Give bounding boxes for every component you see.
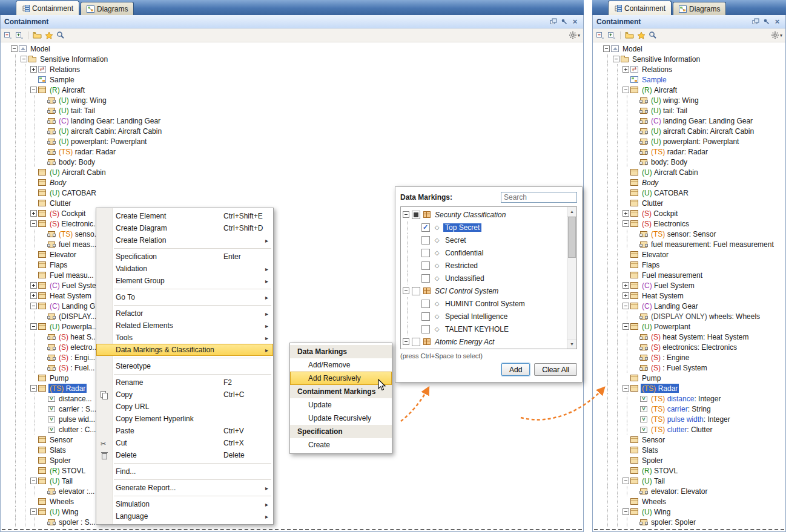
- scrollbar-thumb[interactable]: [568, 217, 576, 258]
- marking-checkbox[interactable]: [412, 338, 420, 346]
- search-icon[interactable]: [649, 30, 657, 40]
- menu-item-create-diagram[interactable]: Create DiagramCtrl+Shift+D: [96, 222, 273, 234]
- tree-item-sample[interactable]: Sample: [11, 74, 583, 85]
- menu-item-cut[interactable]: CutCtrl+X: [96, 437, 273, 449]
- tree-item-pulse-width[interactable]: (TS) pulse width : Integer: [603, 414, 785, 424]
- tree-item-relations[interactable]: Relations: [11, 64, 583, 74]
- tab-diagrams[interactable]: Diagrams: [81, 2, 134, 15]
- tree-item-landing-gear[interactable]: (C) Landing Gear: [603, 301, 785, 311]
- tree-item-slats[interactable]: Slats: [603, 445, 785, 455]
- menu-item-update-recursively[interactable]: Update Recursively: [290, 412, 392, 425]
- clear-all-button[interactable]: Clear All: [534, 363, 577, 376]
- marking-item-sci-control-system[interactable]: SCI Control System: [403, 284, 566, 297]
- collapse-toggle[interactable]: [623, 218, 630, 229]
- tree-item-electronics[interactable]: (S) Electronics: [603, 218, 785, 229]
- collapse-toggle[interactable]: [30, 507, 38, 517]
- collapse-toggle[interactable]: [30, 85, 38, 95]
- tree-item-powerplant[interactable]: (U) powerplant : Powerplant: [603, 136, 785, 146]
- menu-item-copy-url[interactable]: Copy URL: [96, 401, 273, 413]
- menu-item-paste[interactable]: PasteCtrl+V: [96, 425, 273, 437]
- tree-item-tail[interactable]: (U) tail : Tail: [603, 105, 785, 116]
- tree-item-sensitive-information[interactable]: Sensitive Information: [603, 54, 785, 64]
- marking-checkbox[interactable]: [421, 236, 430, 245]
- tree-item-fuel-system[interactable]: (C) Fuel System: [603, 280, 785, 291]
- menu-item-generate-report[interactable]: Generate Report...▸: [96, 482, 273, 494]
- favorites-star-icon[interactable]: [637, 30, 646, 40]
- collapse-toggle[interactable]: [623, 85, 630, 95]
- marking-item-unclassified[interactable]: Unclassified: [403, 272, 566, 284]
- tree-item-heat-system[interactable]: (S) heat System : Heat System: [603, 332, 785, 342]
- tree-item-pump[interactable]: Pump: [603, 373, 785, 383]
- marking-item-humint-control-system[interactable]: HUMINT Control System: [403, 297, 566, 310]
- tree-item-aircraft[interactable]: (R) Aircraft: [603, 85, 785, 95]
- tree-item-body[interactable]: body : Body: [11, 157, 583, 167]
- tree-item-heat-system[interactable]: Heat System: [603, 291, 785, 301]
- marking-checkbox[interactable]: [412, 211, 420, 219]
- tree-item-aircraft[interactable]: (R) Aircraft: [11, 85, 583, 95]
- marking-item-secret[interactable]: Secret: [403, 234, 566, 246]
- menu-item-copy-element-hyperlink[interactable]: Copy Element Hyperlink: [96, 413, 273, 425]
- tree-item-aircraft-cabin[interactable]: (U) aircraft Cabin : Aircraft Cabin: [11, 126, 583, 136]
- search-input[interactable]: [501, 192, 577, 203]
- marking-item-restricted[interactable]: Restricted: [403, 259, 566, 272]
- collapse-toggle[interactable]: [623, 383, 630, 393]
- menu-item-stereotype[interactable]: Stereotype: [96, 360, 273, 372]
- add-button[interactable]: Add: [501, 363, 530, 376]
- collapse-toggle[interactable]: [403, 208, 411, 221]
- menu-item-go-to[interactable]: Go To▸: [96, 291, 273, 303]
- expand-toggle[interactable]: [30, 291, 38, 301]
- tree-item-landing-gear[interactable]: (C) landing Gear : Landing Gear: [11, 116, 583, 126]
- scroll-down-icon[interactable]: ▼: [567, 339, 576, 349]
- collapse-toggle[interactable]: [21, 54, 28, 64]
- tree-item-electronics[interactable]: (S) electronics : Electronics: [603, 342, 785, 352]
- favorites-star-icon[interactable]: [45, 30, 53, 40]
- collapse-toggle[interactable]: [30, 321, 38, 332]
- marking-checkbox[interactable]: [421, 300, 430, 308]
- pin-icon[interactable]: [762, 18, 771, 26]
- float-window-icon[interactable]: [549, 18, 558, 26]
- menu-item-create-element[interactable]: Create ElementCtrl+Shift+E: [96, 210, 273, 222]
- tree-item-sample[interactable]: Sample: [603, 74, 785, 85]
- marking-checkbox[interactable]: [421, 312, 430, 321]
- menu-item-update[interactable]: Update: [290, 398, 392, 412]
- open-element-icon[interactable]: [33, 30, 42, 40]
- menu-item-add-recursively[interactable]: Add Recursively: [290, 372, 392, 385]
- tree-item-aircraft-cabin[interactable]: (U) Aircraft Cabin: [603, 167, 785, 177]
- tree-item-catobar[interactable]: (U) CATOBAR: [603, 188, 785, 198]
- marking-item-atomic-energy-act[interactable]: Atomic Energy Act: [403, 335, 566, 348]
- settings-gear-icon[interactable]: ▾: [771, 30, 782, 40]
- collapse-all-icon[interactable]: [596, 30, 604, 40]
- close-icon[interactable]: ×: [773, 18, 782, 26]
- marking-checkbox[interactable]: [421, 223, 430, 232]
- tree-item-model[interactable]: Model: [11, 44, 583, 54]
- tree-item-sensor[interactable]: (TS) sensor : Sensor: [603, 229, 785, 239]
- marking-item-talent-keyhole[interactable]: TALENT KEYHOLE: [403, 323, 566, 335]
- tree-item-fuel-measurement[interactable]: Fuel measurement: [603, 270, 785, 280]
- menu-item-create-relation[interactable]: Create Relation▸: [96, 234, 273, 246]
- menu-item-copy[interactable]: CopyCtrl+C: [96, 389, 273, 401]
- tree-item-aircraft-cabin[interactable]: (U) Aircraft Cabin: [11, 167, 583, 177]
- marking-item-security-classification[interactable]: Security Classification: [403, 208, 566, 221]
- search-icon[interactable]: [56, 30, 65, 40]
- tree-item-flaps[interactable]: Flaps: [603, 260, 785, 270]
- collapse-toggle[interactable]: [403, 284, 411, 297]
- expand-toggle[interactable]: [623, 208, 630, 218]
- expand-toggle[interactable]: [623, 291, 630, 301]
- tree-item-spoler[interactable]: spoler : Spoler: [603, 517, 785, 527]
- tree-item-fuel-system[interactable]: (S) : Fuel System: [603, 363, 785, 373]
- tree-item-powerplant[interactable]: (U) Powerplant: [603, 321, 785, 332]
- tree-item-wing[interactable]: (U) Wing: [603, 507, 785, 517]
- tab-containment[interactable]: Containment: [16, 1, 79, 15]
- tree-item-wing[interactable]: (U) wing : Wing: [11, 95, 583, 105]
- tree-item-wing[interactable]: (U) wing : Wing: [603, 95, 785, 105]
- collapse-toggle[interactable]: [623, 321, 630, 332]
- tree-item-stovl[interactable]: (R) STOVL: [603, 465, 785, 476]
- menu-item-related-elements[interactable]: Related Elements▸: [96, 320, 273, 332]
- tree-item-cockpit[interactable]: (S) Cockpit: [603, 208, 785, 218]
- tree-item-fuel-measurement[interactable]: fuel measurement : Fuel measurement: [603, 239, 785, 249]
- tree-item-clutter[interactable]: Clutter: [603, 198, 785, 208]
- expand-toggle[interactable]: [30, 208, 38, 218]
- marking-item-top-secret[interactable]: Top Secret: [403, 221, 566, 234]
- tree-item-distance[interactable]: (TS) distance : Integer: [603, 393, 785, 404]
- tree-item-relations[interactable]: Relations: [603, 64, 785, 74]
